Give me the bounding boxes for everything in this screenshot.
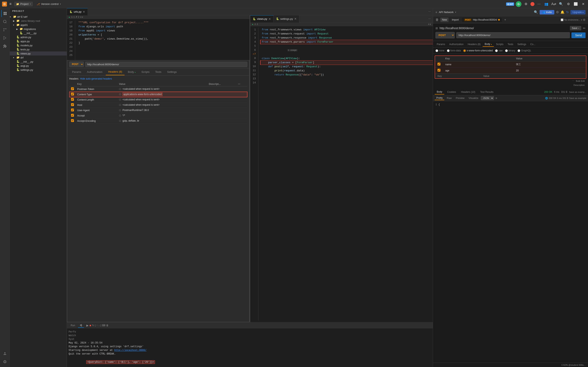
- tab-more-icon[interactable]: ⋯: [426, 10, 433, 13]
- req-tab-authorization[interactable]: Authorization: [447, 42, 466, 47]
- body-option-none[interactable]: none: [435, 49, 444, 52]
- tree-item-views[interactable]: 🐍 views.py: [10, 51, 67, 56]
- resp-format-raw[interactable]: Raw: [445, 96, 453, 100]
- git-icon[interactable]: [1, 26, 9, 33]
- body-radio-graphql[interactable]: [518, 49, 520, 52]
- active-api-tab[interactable]: POST http://localhost:8000/d: [462, 17, 502, 22]
- upgrade-button[interactable]: Upgrade ▾: [571, 10, 586, 15]
- chevron-down-icon[interactable]: ∨: [82, 16, 83, 18]
- body-radio-urlencoded[interactable]: [463, 49, 466, 52]
- body-option-graphql[interactable]: GraphQL: [518, 49, 531, 52]
- resp-tab-body[interactable]: Body: [435, 90, 444, 94]
- tree-item-drf-folder[interactable]: ▾ 📁 drf: [10, 56, 67, 59]
- share-icon[interactable]: 👥: [544, 1, 549, 7]
- postman-tab-headers[interactable]: Headers (8): [106, 68, 125, 75]
- tree-item-apps[interactable]: 🐍 apps.py: [10, 39, 67, 43]
- postman-tab-scripts[interactable]: Scripts: [139, 69, 152, 75]
- body-option-binary[interactable]: binary: [505, 49, 515, 52]
- project-selector[interactable]: 📁 Project ▾: [14, 2, 33, 6]
- tree-item-settings[interactable]: 🐍 settings.py: [10, 68, 67, 72]
- settings-icon[interactable]: ⚙: [523, 1, 529, 7]
- host-checkbox[interactable]: [71, 103, 74, 106]
- translate-icon[interactable]: A⇄: [551, 1, 557, 7]
- env-toggle-icon[interactable]: ⬜: [561, 18, 563, 21]
- api-network-chevron[interactable]: ▾: [455, 11, 456, 13]
- tree-item-models[interactable]: 🐍 models.py: [10, 43, 67, 47]
- postman-tab-authorization[interactable]: Authorization: [85, 69, 105, 75]
- send-button[interactable]: Send: [571, 33, 586, 38]
- save-example-btn2[interactable]: Save as example: [569, 97, 586, 99]
- tab-settings[interactable]: 🐍 settings.py ✕: [273, 15, 299, 22]
- tree-item-drf[interactable]: ▾ 📁 drf E:\drf: [10, 15, 67, 19]
- tree-item-drf-init[interactable]: 🐍 __init__.py: [10, 59, 67, 64]
- plus-icon[interactable]: +: [504, 18, 506, 21]
- delete-icon[interactable]: 🗑: [435, 18, 439, 22]
- resp-tab-cookies[interactable]: Cookies: [445, 90, 458, 94]
- tree-item-admin[interactable]: 🐍 admin.py: [10, 35, 67, 39]
- req-tab-body[interactable]: Body ●: [483, 42, 494, 47]
- version-control[interactable]: ⎇ Version control ▾: [34, 2, 63, 7]
- save-example-button[interactable]: Save as examp...: [569, 91, 586, 93]
- tree-item-migrations[interactable]: ▶ 📁 migrations: [10, 27, 67, 31]
- accept-checkbox[interactable]: [71, 114, 74, 117]
- format-selector[interactable]: JSON HTML Text: [481, 96, 494, 100]
- body-option-urlencoded[interactable]: x-www-form-urlencoded: [463, 49, 493, 52]
- views-tab-more[interactable]: ⋯: [426, 17, 433, 20]
- resp-tab-headers[interactable]: Headers (10): [459, 90, 477, 94]
- body-radio-none[interactable]: [435, 49, 438, 52]
- postman-url-input[interactable]: [85, 62, 247, 67]
- tree-item-app01[interactable]: ▾ 📁 app01: [10, 23, 67, 27]
- new-button[interactable]: New: [440, 17, 449, 22]
- hamburger-menu[interactable]: ≡: [9, 1, 12, 7]
- content-length-checkbox[interactable]: [71, 98, 74, 101]
- import-button[interactable]: Import: [450, 17, 460, 22]
- req-tab-co[interactable]: Co...: [528, 42, 537, 47]
- more-options-icon-body[interactable]: ⋯: [572, 80, 574, 82]
- postman-tab-body[interactable]: Body ●: [125, 69, 138, 75]
- scroll-up-icon[interactable]: ↑: [96, 324, 98, 327]
- tab-urls[interactable]: 🐍 urls.py ✕: [67, 8, 88, 15]
- tab-views[interactable]: 🐍 views.py ✕: [250, 15, 273, 22]
- tree-item-asgi[interactable]: 🐍 asgi.py: [10, 64, 67, 68]
- body-option-raw[interactable]: raw: [495, 49, 503, 52]
- body-age-checkbox[interactable]: [437, 69, 440, 72]
- body-radio-formdata[interactable]: [447, 49, 450, 52]
- env-chevron[interactable]: ▾: [581, 19, 582, 21]
- user-avatar[interactable]: G: [516, 1, 521, 7]
- body-radio-raw[interactable]: [495, 49, 498, 52]
- bottom-tab-run[interactable]: Run: [68, 323, 77, 328]
- api-search-icon[interactable]: 🔍: [534, 10, 538, 14]
- resp-format-preview[interactable]: Preview: [454, 96, 466, 100]
- body-radio-binary[interactable]: [505, 49, 508, 52]
- req-tab-params[interactable]: Params: [435, 42, 447, 47]
- postman-method-select[interactable]: POST GET: [69, 62, 84, 67]
- req-tab-scripts[interactable]: Scripts: [494, 42, 505, 47]
- user-agent-checkbox[interactable]: [71, 108, 74, 111]
- api-settings-icon[interactable]: ⚙: [556, 10, 559, 14]
- resp-format-visualize[interactable]: Visualize: [467, 96, 480, 100]
- play-icon[interactable]: ▶: [86, 324, 89, 327]
- rerun-icon[interactable]: ↻: [92, 324, 94, 327]
- close-icon[interactable]: ✕: [580, 1, 586, 7]
- clear-icon[interactable]: 🗑: [106, 324, 109, 327]
- resp-format-pretty[interactable]: Pretty: [435, 96, 444, 100]
- postman-tab-tests[interactable]: Tests: [153, 69, 164, 75]
- hide-autogenerated-btn[interactable]: Hide auto-generated headers: [80, 77, 112, 80]
- search-sidebar-icon[interactable]: [1, 18, 9, 25]
- maximize-icon[interactable]: ⬜: [573, 1, 579, 7]
- recording-icon[interactable]: [530, 2, 535, 6]
- globe-icon[interactable]: 🌐: [545, 97, 548, 100]
- invite-button[interactable]: 👥 Invite: [540, 10, 554, 15]
- tree-item-init[interactable]: 🐍 __init__.py: [10, 31, 67, 35]
- chevron-up-icon[interactable]: ∧: [80, 16, 82, 18]
- req-tab-headers[interactable]: Headers (8): [466, 42, 482, 47]
- postman-tab-settings[interactable]: Settings: [165, 69, 179, 75]
- format-icon[interactable]: ≡: [495, 97, 497, 100]
- settings-sidebar-icon[interactable]: [1, 358, 9, 365]
- gear-icon[interactable]: ⚙: [566, 1, 571, 7]
- tab-close-urls[interactable]: ✕: [83, 10, 85, 13]
- edit-icon[interactable]: ✏: [583, 26, 586, 30]
- search-icon[interactable]: 🔍: [558, 1, 564, 7]
- api-sync-icon[interactable]: ↻: [566, 10, 569, 14]
- request-url-field[interactable]: [456, 32, 570, 38]
